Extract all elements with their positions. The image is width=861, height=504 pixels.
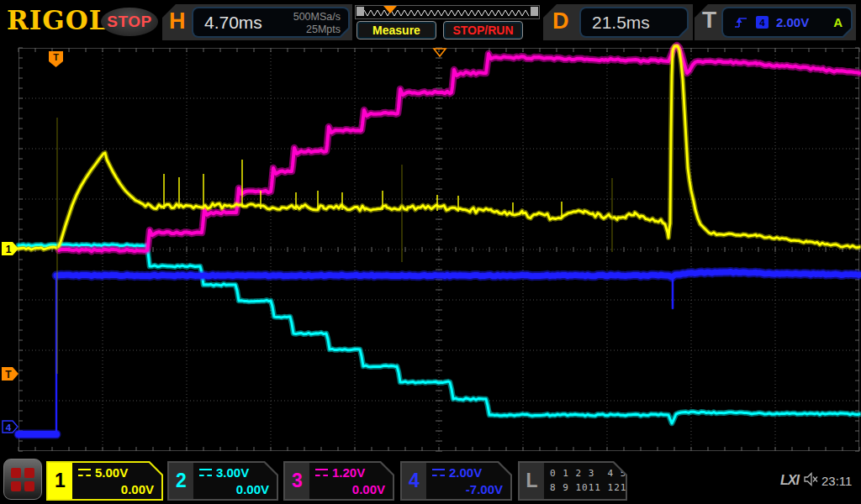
ch1-ground-marker[interactable]: 1 bbox=[2, 242, 19, 255]
clock: 23:11 bbox=[821, 474, 852, 488]
delay-position-marker bbox=[433, 48, 446, 57]
digital-channels-row2: 8 9 1011 12131415 bbox=[550, 482, 659, 493]
channel4-scale: 2.00V bbox=[449, 465, 482, 480]
ch4-dc-coupling-icon bbox=[432, 469, 445, 476]
menu-grid-icon bbox=[11, 468, 34, 491]
position-bar-left-handle[interactable] bbox=[357, 7, 364, 16]
channel1-status[interactable]: 1 5.00V 0.00V bbox=[46, 461, 163, 501]
run-state-badge: STOP bbox=[101, 8, 158, 36]
trace-CH2-staircase-down bbox=[18, 244, 859, 423]
lxi-status: LXI bbox=[780, 473, 799, 488]
measure-button[interactable]: Measure bbox=[357, 21, 436, 39]
trace-glow-CH3-staircase-up bbox=[59, 45, 859, 251]
ch1-ground-marker-label: 1 bbox=[6, 244, 12, 255]
digital-channels-row1: 0 1 2 3 4 5 6 7 bbox=[550, 468, 652, 479]
trace-glow-CH2-staircase-down bbox=[18, 244, 859, 423]
trace-CH3-staircase-up bbox=[59, 45, 859, 251]
trace-CH1-main bbox=[18, 46, 859, 249]
horizontal-label: H bbox=[169, 8, 186, 34]
menu-button[interactable] bbox=[3, 459, 42, 500]
ch2-dc-coupling-icon bbox=[199, 469, 212, 476]
trigger-level-marker[interactable]: T bbox=[2, 367, 19, 381]
channel2-scale: 3.00V bbox=[216, 465, 249, 480]
channel2-offset: 0.00V bbox=[236, 482, 269, 496]
channel3-number: 3 bbox=[285, 463, 309, 499]
channel2-status[interactable]: 2 3.00V 0.00V bbox=[167, 461, 278, 501]
waveform-position-bar[interactable] bbox=[355, 5, 540, 19]
channel4-status[interactable]: 4 2.00V -7.00V bbox=[400, 461, 512, 501]
trace-glow-CH4-main bbox=[56, 271, 859, 277]
ch4-ground-marker[interactable]: 4 bbox=[2, 420, 19, 433]
waveform-display bbox=[0, 0, 861, 504]
trigger-position-pointer[interactable] bbox=[383, 6, 397, 13]
trace-glow-CH1-main bbox=[18, 46, 859, 249]
delay-label: D bbox=[552, 8, 569, 34]
channel2-number: 2 bbox=[169, 463, 193, 499]
channel4-offset: -7.00V bbox=[466, 482, 503, 496]
ch3-dc-coupling-icon bbox=[315, 469, 328, 476]
delay-value: 21.5ms bbox=[592, 13, 650, 33]
channel1-number: 1 bbox=[48, 463, 72, 499]
channel3-status[interactable]: 3 1.20V 0.00V bbox=[283, 461, 394, 501]
position-bar-right-handle[interactable] bbox=[531, 7, 538, 16]
oscilloscope-screen: RIGOL STOP H 4.70ms 500MSa/s 25Mpts Meas… bbox=[0, 0, 861, 504]
timebase-value: 4.70ms bbox=[204, 13, 262, 33]
samplerate-memdepth: 500MSa/s 25Mpts bbox=[293, 11, 341, 36]
logic-analyzer-status[interactable]: L 0 1 2 3 4 5 6 7 8 9 1011 12131415 bbox=[518, 461, 627, 501]
delay-box[interactable]: 21.5ms bbox=[579, 7, 689, 38]
trigger-slope-icon bbox=[733, 15, 748, 29]
sample-rate: 500MSa/s bbox=[293, 11, 341, 24]
trigger-sweep-mode: A bbox=[833, 15, 843, 29]
timebase-box[interactable]: 4.70ms 500MSa/s 25Mpts bbox=[192, 7, 350, 38]
trigger-level-value: 2.00V bbox=[776, 15, 809, 29]
channel4-number: 4 bbox=[402, 463, 426, 499]
channel3-offset: 0.00V bbox=[352, 482, 385, 496]
trigger-box[interactable]: 4 2.00V A bbox=[721, 7, 853, 38]
ch4-ground-marker-label: 4 bbox=[6, 423, 12, 433]
memory-depth: 25Mpts bbox=[293, 24, 341, 36]
rigol-logo: RIGOL bbox=[7, 5, 108, 35]
trigger-level-marker-label: T bbox=[5, 369, 12, 381]
sound-muted-icon[interactable] bbox=[804, 472, 819, 486]
traces bbox=[18, 45, 859, 434]
ch1-dc-coupling-icon bbox=[78, 469, 91, 476]
trigger-position-marker-label: T bbox=[53, 52, 59, 62]
channel3-scale: 1.20V bbox=[332, 465, 365, 480]
graticule bbox=[18, 48, 859, 451]
trigger-label: T bbox=[702, 7, 716, 34]
trigger-source-badge: 4 bbox=[756, 16, 769, 29]
ch1-noise-spikes bbox=[57, 118, 612, 374]
trigger-position-marker[interactable]: T bbox=[49, 51, 64, 68]
stop-run-button[interactable]: STOP/RUN bbox=[443, 21, 523, 39]
logic-analyzer-label: L bbox=[520, 463, 544, 499]
channel1-scale: 5.00V bbox=[95, 465, 128, 480]
channel1-offset: 0.00V bbox=[121, 482, 154, 496]
trace-CH4-main bbox=[56, 271, 859, 277]
